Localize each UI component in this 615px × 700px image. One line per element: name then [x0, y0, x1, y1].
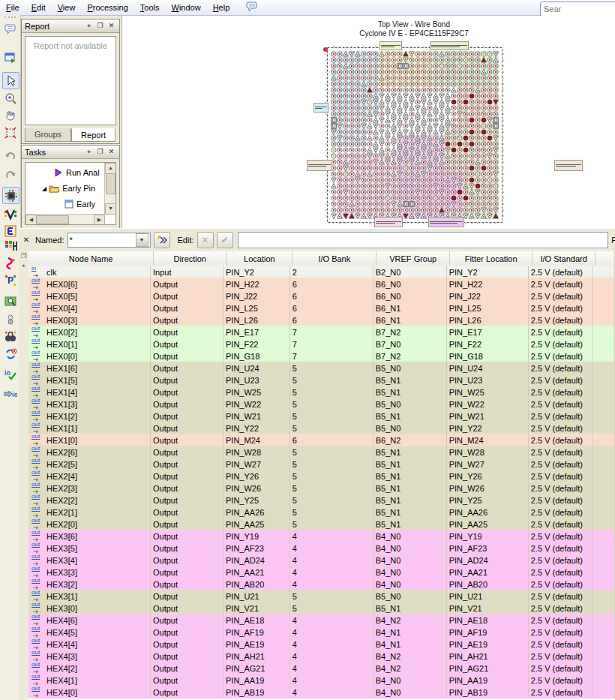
node-finder-button[interactable]	[154, 232, 170, 248]
table-row-hex3-3-[interactable]: out➔HEX3[3]OutputPIN_AA214B4_N0PIN_AA212…	[28, 566, 615, 578]
table-row-hex0-4-[interactable]: out➔HEX0[4]OutputPIN_L256B6_N1PIN_L252.5…	[28, 302, 615, 314]
fitter-location-cell[interactable]: PIN_Y19	[447, 530, 529, 542]
node-name-cell[interactable]: out➔HEX0[5]	[28, 290, 151, 302]
direction-cell[interactable]: Output	[151, 626, 224, 638]
io-standard-cell[interactable]: 2.5 V (default)	[529, 302, 592, 314]
fitter-location-cell[interactable]: PIN_Y2	[447, 266, 529, 278]
io-standard-cell[interactable]: 2.5 V (default)	[529, 506, 592, 518]
direction-cell[interactable]: Output	[151, 566, 224, 578]
direction-cell[interactable]: Output	[151, 338, 224, 350]
direction-cell[interactable]: Output	[151, 326, 224, 338]
location-cell[interactable]: PIN_Y26	[224, 470, 290, 482]
table-row-hex0-1-[interactable]: out➔HEX0[1]OutputPIN_F227B7_N0PIN_F222.5…	[28, 338, 615, 350]
direction-cell[interactable]: Output	[151, 278, 224, 290]
column-header-location[interactable]: Location	[226, 251, 292, 266]
vref-group-cell[interactable]: B6_N1	[374, 314, 447, 326]
close-icon[interactable]: ✕	[106, 148, 116, 157]
location-cell[interactable]: PIN_Y2	[224, 266, 290, 278]
table-row-hex3-5-[interactable]: out➔HEX3[5]OutputPIN_AF234B4_N0PIN_AF232…	[28, 542, 615, 554]
node-name-cell[interactable]: out➔HEX4[5]	[28, 626, 151, 638]
io-bank-cell[interactable]: 5	[290, 506, 374, 518]
location-cell[interactable]: PIN_V21	[224, 602, 290, 614]
io-bank-cell[interactable]: 6	[290, 434, 374, 446]
io-bank-cell[interactable]: 4	[290, 674, 374, 686]
vref-group-cell[interactable]: B7_N2	[374, 350, 447, 362]
vref-group-cell[interactable]: B4_N0	[374, 674, 447, 686]
direction-cell[interactable]: Output	[151, 434, 224, 446]
column-header-i-o-bank[interactable]: I/O Bank	[292, 251, 376, 266]
vref-group-cell[interactable]: B5_N1	[374, 374, 447, 386]
io-check-icon[interactable]: io	[2, 366, 18, 382]
menu-help[interactable]: Help	[207, 2, 236, 14]
io-bank-cell[interactable]: 5	[290, 374, 374, 386]
vref-group-cell[interactable]: B4_N0	[374, 566, 447, 578]
io-bank-cell[interactable]: 5	[290, 446, 374, 458]
report-window-icon[interactable]	[2, 50, 18, 65]
direction-cell[interactable]: Output	[151, 482, 224, 494]
comment-bubble-icon[interactable]	[246, 2, 258, 14]
direction-cell[interactable]: Output	[151, 554, 224, 566]
table-row-hex3-0-[interactable]: out➔HEX3[0]OutputPIN_V215B5_N1PIN_V212.5…	[28, 602, 615, 614]
vref-group-cell[interactable]: B6_N0	[374, 278, 447, 290]
location-cell[interactable]: PIN_AH21	[224, 650, 290, 662]
node-name-cell[interactable]: out➔HEX3[6]	[28, 530, 151, 542]
task-item-early[interactable]: Early	[64, 197, 95, 211]
direction-cell[interactable]: Output	[151, 542, 224, 554]
io-standard-cell[interactable]: 2.5 V (default)	[529, 458, 592, 470]
io-bank-cell[interactable]: 5	[290, 602, 374, 614]
direction-cell[interactable]: Output	[151, 650, 224, 662]
zoom-icon[interactable]	[2, 90, 18, 106]
vref-group-cell[interactable]: B4_N1	[374, 626, 447, 638]
hand-pan-icon[interactable]	[2, 107, 18, 123]
fitter-location-cell[interactable]: PIN_G18	[447, 350, 529, 362]
tab-groups[interactable]: Groups	[25, 128, 71, 142]
node-name-cell[interactable]: out➔HEX2[2]	[28, 494, 151, 506]
pin-planner-chip-icon[interactable]	[2, 187, 20, 204]
direction-cell[interactable]: Output	[151, 398, 224, 410]
io-bank-cell[interactable]: 5	[290, 518, 374, 530]
vref-group-cell[interactable]: B6_N2	[374, 434, 447, 446]
direction-cell[interactable]: Output	[151, 302, 224, 314]
direction-cell[interactable]: Output	[151, 350, 224, 362]
node-name-cell[interactable]: out➔HEX4[1]	[28, 674, 151, 686]
vref-group-cell[interactable]: B5_N1	[374, 482, 447, 494]
table-row-clk[interactable]: in➔clkInputPIN_Y22B2_N0PIN_Y22.5 V (defa…	[28, 266, 615, 278]
location-cell[interactable]: PIN_F22	[224, 338, 290, 350]
location-cell[interactable]: PIN_AG21	[224, 662, 290, 674]
table-row-hex1-6-[interactable]: out➔HEX1[6]OutputPIN_U245B5_N0PIN_U242.5…	[28, 362, 615, 374]
table-row-hex4-4-[interactable]: out➔HEX4[4]OutputPIN_AE194B4_N1PIN_AE192…	[28, 638, 615, 650]
table-row-hex4-3-[interactable]: out➔HEX4[3]OutputPIN_AH214B4_N2PIN_AH212…	[28, 650, 615, 662]
vref-group-cell[interactable]: B5_N1	[374, 470, 447, 482]
fitter-location-cell[interactable]: PIN_W27	[447, 458, 529, 470]
ribbon-icon[interactable]	[2, 255, 18, 271]
fitter-location-cell[interactable]: PIN_AA25	[447, 518, 529, 530]
io-bank-cell[interactable]: 5	[290, 422, 374, 434]
fitter-location-cell[interactable]: PIN_AF19	[447, 626, 529, 638]
io-bank-cell[interactable]: 4	[290, 542, 374, 554]
io-bank-cell[interactable]: 7	[290, 338, 374, 350]
location-cell[interactable]: PIN_E17	[224, 326, 290, 338]
io-standard-cell[interactable]: 2.5 V (default)	[529, 362, 592, 374]
fitter-location-cell[interactable]: PIN_W21	[447, 410, 529, 422]
table-row-hex1-5-[interactable]: out➔HEX1[5]OutputPIN_U235B5_N1PIN_U232.5…	[28, 374, 615, 386]
fitter-location-cell[interactable]: PIN_L25	[447, 302, 529, 314]
vref-group-cell[interactable]: B5_N1	[374, 494, 447, 506]
location-cell[interactable]: PIN_AA21	[224, 566, 290, 578]
tasks-vertical-scrollbar[interactable]: ▲ ▼	[104, 163, 116, 215]
io-bank-cell[interactable]: 5	[290, 482, 374, 494]
location-cell[interactable]: PIN_L26	[224, 314, 290, 326]
direction-cell[interactable]: Output	[151, 578, 224, 590]
fitter-location-cell[interactable]: PIN_AA19	[447, 674, 529, 686]
direction-cell[interactable]: Output	[151, 506, 224, 518]
location-cell[interactable]: PIN_G18	[224, 350, 290, 362]
node-name-cell[interactable]: out➔HEX1[2]	[28, 410, 151, 422]
fitter-location-cell[interactable]: PIN_AB19	[447, 686, 529, 698]
direction-cell[interactable]: Output	[151, 638, 224, 650]
colorful-grid-icon[interactable]	[2, 238, 18, 254]
direction-cell[interactable]: Output	[151, 494, 224, 506]
table-row-hex2-1-[interactable]: out➔HEX2[1]OutputPIN_AA265B5_N1PIN_AA262…	[28, 506, 615, 518]
location-cell[interactable]: PIN_L25	[224, 302, 290, 314]
fitter-location-cell[interactable]: PIN_Y25	[447, 494, 529, 506]
node-name-cell[interactable]: out➔HEX1[5]	[28, 374, 151, 386]
io-standard-cell[interactable]: 2.5 V (default)	[529, 686, 592, 698]
